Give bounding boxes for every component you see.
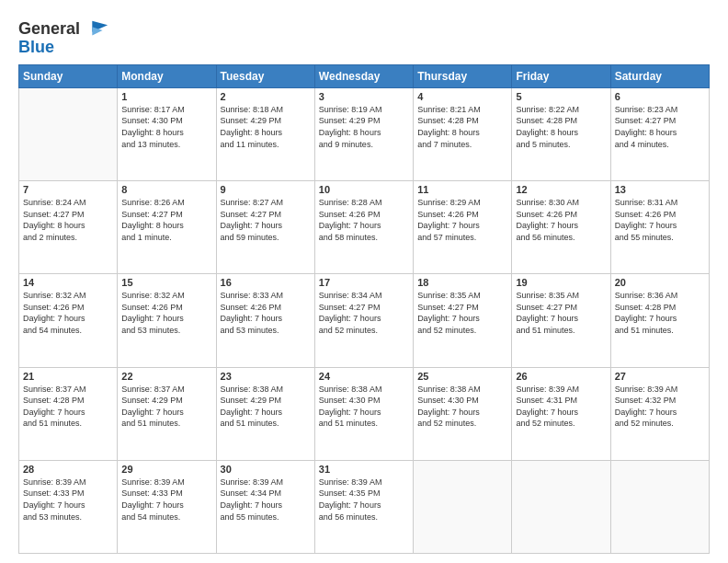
day-number: 30 [221, 464, 311, 475]
calendar-cell: 11Sunrise: 8:29 AMSunset: 4:26 PMDayligh… [414, 181, 512, 274]
day-number: 27 [615, 371, 705, 382]
cell-info: Sunrise: 8:39 AMSunset: 4:34 PMDaylight:… [221, 477, 311, 523]
cell-info: Sunrise: 8:39 AMSunset: 4:35 PMDaylight:… [319, 477, 409, 523]
calendar-cell: 27Sunrise: 8:39 AMSunset: 4:32 PMDayligh… [610, 367, 709, 460]
day-number: 14 [23, 277, 113, 288]
day-number: 13 [615, 184, 705, 195]
cell-info: Sunrise: 8:29 AMSunset: 4:26 PMDaylight:… [417, 197, 507, 243]
day-number: 23 [221, 371, 311, 382]
cell-info: Sunrise: 8:30 AMSunset: 4:26 PMDaylight:… [516, 197, 606, 243]
calendar-week-row: 1Sunrise: 8:17 AMSunset: 4:30 PMDaylight… [19, 87, 710, 180]
calendar-cell: 19Sunrise: 8:35 AMSunset: 4:27 PMDayligh… [512, 274, 610, 367]
day-number: 16 [221, 277, 311, 288]
calendar-cell: 6Sunrise: 8:23 AMSunset: 4:27 PMDaylight… [610, 87, 709, 180]
day-number: 9 [221, 184, 311, 195]
cell-info: Sunrise: 8:18 AMSunset: 4:29 PMDaylight:… [221, 104, 311, 150]
cell-info: Sunrise: 8:38 AMSunset: 4:30 PMDaylight:… [319, 384, 409, 430]
logo-icon [84, 17, 109, 42]
day-number: 26 [516, 371, 606, 382]
day-number: 7 [23, 184, 113, 195]
cell-info: Sunrise: 8:23 AMSunset: 4:27 PMDaylight:… [615, 104, 705, 150]
calendar-cell: 24Sunrise: 8:38 AMSunset: 4:30 PMDayligh… [314, 367, 413, 460]
cell-info: Sunrise: 8:38 AMSunset: 4:29 PMDaylight:… [221, 384, 311, 430]
cell-info: Sunrise: 8:38 AMSunset: 4:30 PMDaylight:… [417, 384, 507, 430]
calendar-cell: 20Sunrise: 8:36 AMSunset: 4:28 PMDayligh… [610, 274, 709, 367]
calendar-cell: 12Sunrise: 8:30 AMSunset: 4:26 PMDayligh… [512, 181, 610, 274]
cell-info: Sunrise: 8:39 AMSunset: 4:31 PMDaylight:… [516, 384, 606, 430]
day-number: 20 [615, 277, 705, 288]
day-number: 6 [615, 91, 705, 102]
calendar-cell: 29Sunrise: 8:39 AMSunset: 4:33 PMDayligh… [118, 460, 216, 553]
day-number: 5 [516, 91, 606, 102]
calendar-table: SundayMondayTuesdayWednesdayThursdayFrid… [18, 64, 710, 554]
logo: General Blue [18, 17, 109, 57]
calendar-cell: 21Sunrise: 8:37 AMSunset: 4:28 PMDayligh… [19, 367, 118, 460]
cell-info: Sunrise: 8:22 AMSunset: 4:28 PMDaylight:… [516, 104, 606, 150]
cell-info: Sunrise: 8:35 AMSunset: 4:27 PMDaylight:… [516, 290, 606, 336]
calendar-cell: 1Sunrise: 8:17 AMSunset: 4:30 PMDaylight… [118, 87, 216, 180]
cell-info: Sunrise: 8:26 AMSunset: 4:27 PMDaylight:… [121, 197, 211, 243]
cell-info: Sunrise: 8:31 AMSunset: 4:26 PMDaylight:… [615, 197, 705, 243]
cell-info: Sunrise: 8:35 AMSunset: 4:27 PMDaylight:… [417, 290, 507, 336]
cell-info: Sunrise: 8:21 AMSunset: 4:28 PMDaylight:… [417, 104, 507, 150]
calendar-cell [610, 460, 709, 553]
weekday-header-saturday: Saturday [610, 64, 709, 87]
day-number: 11 [417, 184, 507, 195]
calendar-week-row: 14Sunrise: 8:32 AMSunset: 4:26 PMDayligh… [19, 274, 710, 367]
calendar-cell: 23Sunrise: 8:38 AMSunset: 4:29 PMDayligh… [216, 367, 314, 460]
calendar-cell: 25Sunrise: 8:38 AMSunset: 4:30 PMDayligh… [414, 367, 512, 460]
calendar-cell: 22Sunrise: 8:37 AMSunset: 4:29 PMDayligh… [118, 367, 216, 460]
weekday-header-wednesday: Wednesday [314, 64, 413, 87]
calendar-cell: 3Sunrise: 8:19 AMSunset: 4:29 PMDaylight… [314, 87, 413, 180]
logo-text: General [18, 20, 80, 39]
calendar-cell: 5Sunrise: 8:22 AMSunset: 4:28 PMDaylight… [512, 87, 610, 180]
day-number: 8 [121, 184, 211, 195]
cell-info: Sunrise: 8:39 AMSunset: 4:33 PMDaylight:… [121, 477, 211, 523]
calendar-cell: 10Sunrise: 8:28 AMSunset: 4:26 PMDayligh… [314, 181, 413, 274]
cell-info: Sunrise: 8:24 AMSunset: 4:27 PMDaylight:… [23, 197, 113, 243]
day-number: 19 [516, 277, 606, 288]
day-number: 17 [319, 277, 409, 288]
day-number: 1 [121, 91, 211, 102]
calendar-cell: 31Sunrise: 8:39 AMSunset: 4:35 PMDayligh… [314, 460, 413, 553]
cell-info: Sunrise: 8:32 AMSunset: 4:26 PMDaylight:… [121, 290, 211, 336]
day-number: 28 [23, 464, 113, 475]
cell-info: Sunrise: 8:36 AMSunset: 4:28 PMDaylight:… [615, 290, 705, 336]
cell-info: Sunrise: 8:34 AMSunset: 4:27 PMDaylight:… [319, 290, 409, 336]
calendar-week-row: 21Sunrise: 8:37 AMSunset: 4:28 PMDayligh… [19, 367, 710, 460]
weekday-header-sunday: Sunday [19, 64, 118, 87]
cell-info: Sunrise: 8:39 AMSunset: 4:33 PMDaylight:… [23, 477, 113, 523]
day-number: 22 [121, 371, 211, 382]
day-number: 2 [221, 91, 311, 102]
day-number: 10 [319, 184, 409, 195]
weekday-header-row: SundayMondayTuesdayWednesdayThursdayFrid… [19, 64, 710, 87]
weekday-header-monday: Monday [118, 64, 216, 87]
day-number: 4 [417, 91, 507, 102]
day-number: 3 [319, 91, 409, 102]
cell-info: Sunrise: 8:28 AMSunset: 4:26 PMDaylight:… [319, 197, 409, 243]
calendar-cell: 14Sunrise: 8:32 AMSunset: 4:26 PMDayligh… [19, 274, 118, 367]
cell-info: Sunrise: 8:32 AMSunset: 4:26 PMDaylight:… [23, 290, 113, 336]
day-number: 21 [23, 371, 113, 382]
calendar-cell: 13Sunrise: 8:31 AMSunset: 4:26 PMDayligh… [610, 181, 709, 274]
calendar-week-row: 7Sunrise: 8:24 AMSunset: 4:27 PMDaylight… [19, 181, 710, 274]
calendar-cell: 4Sunrise: 8:21 AMSunset: 4:28 PMDaylight… [414, 87, 512, 180]
day-number: 29 [121, 464, 211, 475]
calendar-cell: 15Sunrise: 8:32 AMSunset: 4:26 PMDayligh… [118, 274, 216, 367]
calendar-cell: 26Sunrise: 8:39 AMSunset: 4:31 PMDayligh… [512, 367, 610, 460]
calendar-cell: 30Sunrise: 8:39 AMSunset: 4:34 PMDayligh… [216, 460, 314, 553]
page: General Blue SundayMondayTuesday [0, 0, 728, 563]
calendar-cell [512, 460, 610, 553]
calendar-cell: 28Sunrise: 8:39 AMSunset: 4:33 PMDayligh… [19, 460, 118, 553]
calendar-cell: 18Sunrise: 8:35 AMSunset: 4:27 PMDayligh… [414, 274, 512, 367]
day-number: 25 [417, 371, 507, 382]
weekday-header-tuesday: Tuesday [216, 64, 314, 87]
day-number: 12 [516, 184, 606, 195]
calendar-cell: 8Sunrise: 8:26 AMSunset: 4:27 PMDaylight… [118, 181, 216, 274]
calendar-cell: 9Sunrise: 8:27 AMSunset: 4:27 PMDaylight… [216, 181, 314, 274]
cell-info: Sunrise: 8:17 AMSunset: 4:30 PMDaylight:… [121, 104, 211, 150]
calendar-week-row: 28Sunrise: 8:39 AMSunset: 4:33 PMDayligh… [19, 460, 710, 553]
cell-info: Sunrise: 8:33 AMSunset: 4:26 PMDaylight:… [221, 290, 311, 336]
weekday-header-friday: Friday [512, 64, 610, 87]
day-number: 18 [417, 277, 507, 288]
